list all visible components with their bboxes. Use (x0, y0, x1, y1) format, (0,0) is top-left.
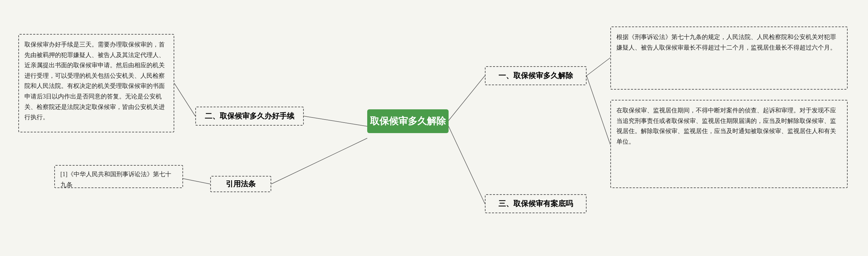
content-release-law-text: 根据《刑事诉讼法》第七十九条的规定，人民法院、人民检察院和公安机关对犯罪嫌疑人、… (616, 34, 836, 51)
branch-record: 三、取保候审有案底吗 (485, 194, 587, 213)
content-procedure-text: 取保候审办好手续是三天。需要办理取保候审的，首先由被羁押的犯罪嫌疑人、被告人及其… (24, 41, 165, 121)
content-release-procedure: 在取保候审、监视居住期间，不得中断对案件的侦查、起诉和审理。对于发现不应当追究刑… (610, 100, 848, 188)
svg-line-5 (587, 58, 610, 76)
content-citation: [1]《中华人民共和国刑事诉讼法》第七十九条 (54, 165, 183, 188)
mind-map: 取保候审多久解除 二、取保候审多久办好手续 引用法条 一、取保候审多久解除 三、… (0, 0, 868, 256)
svg-line-6 (587, 76, 610, 145)
content-procedure: 取保候审办好手续是三天。需要办理取保候审的，首先由被羁押的犯罪嫌疑人、被告人及其… (18, 34, 174, 132)
svg-line-0 (304, 116, 367, 126)
content-release-law: 根据《刑事诉讼法》第七十九条的规定，人民法院、人民检察院和公安机关对犯罪嫌疑人、… (610, 26, 848, 90)
svg-line-1 (174, 83, 195, 116)
branch-citation-label: 引用法条 (226, 179, 256, 189)
branch-procedure-label: 二、取保候审多久办好手续 (205, 111, 294, 121)
center-node: 取保候审多久解除 (367, 109, 449, 133)
branch-record-label: 三、取保候审有案底吗 (498, 199, 573, 209)
content-release-procedure-text: 在取保候审、监视居住期间，不得中断对案件的侦查、起诉和审理。对于发现不应当追究刑… (616, 107, 836, 145)
svg-line-2 (271, 138, 367, 184)
branch-citation: 引用法条 (210, 176, 271, 192)
center-label: 取保候审多久解除 (370, 115, 446, 128)
branch-release: 一、取保候审多久解除 (485, 66, 587, 85)
svg-line-7 (449, 126, 485, 204)
branch-procedure: 二、取保候审多久办好手续 (195, 107, 304, 126)
branch-release-label: 一、取保候审多久解除 (498, 71, 573, 81)
svg-line-4 (449, 76, 485, 121)
content-citation-text: [1]《中华人民共和国刑事诉讼法》第七十九条 (60, 171, 171, 188)
